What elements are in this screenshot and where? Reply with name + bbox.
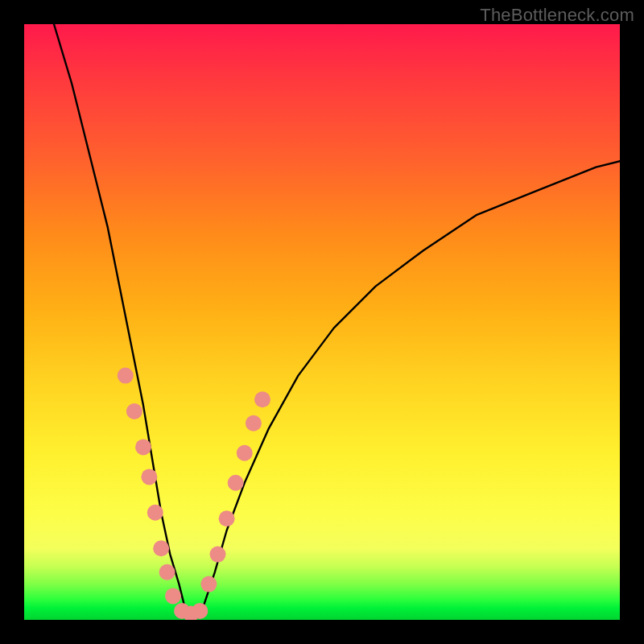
curve-marker [135,439,151,455]
curve-marker [141,469,157,485]
plot-area [24,24,620,620]
curve-marker [219,510,235,526]
curve-marker [147,505,163,521]
curve-marker [159,564,175,580]
curve-marker [254,391,270,407]
curve-marker [153,540,169,556]
curve-marker [118,368,134,384]
curve-marker [200,576,217,592]
chart-frame: TheBottleneck.com [0,0,644,644]
bottleneck-curve-path [54,24,620,614]
curve-marker [246,415,262,431]
curve-marker [192,603,208,619]
bottleneck-curve-svg [24,24,620,620]
curve-marker [237,445,253,461]
curve-marker [165,588,181,604]
attribution-text: TheBottleneck.com [480,5,634,26]
curve-marker [210,547,226,563]
curve-marker [228,475,244,491]
marker-group [118,368,270,620]
curve-marker [126,403,142,419]
